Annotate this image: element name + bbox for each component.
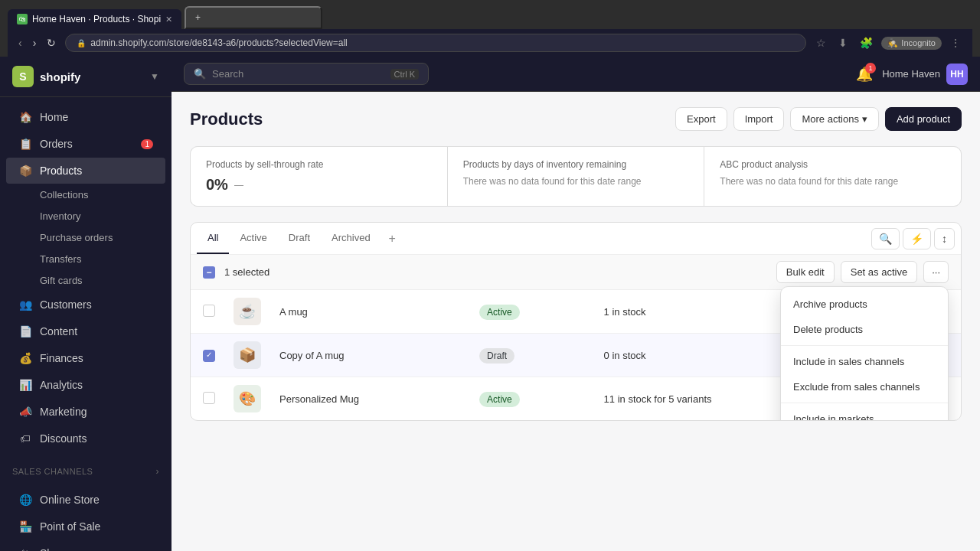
sidebar-item-discounts[interactable]: 🏷 Discounts [6, 425, 165, 452]
browser-tabs: 🛍 Home Haven · Products · Shopi ✕ + [8, 6, 972, 29]
row-1-checkbox[interactable] [203, 305, 215, 317]
sidebar-item-shop[interactable]: 🛍 Shop [6, 540, 165, 551]
tab-title: Home Haven · Products · Shopi [32, 14, 161, 24]
sidebar-item-home[interactable]: 🏠 Home [6, 104, 165, 130]
store-selector-button[interactable]: ▼ [150, 71, 159, 82]
stat-abc-label: ABC product analysis [720, 159, 946, 170]
table-tabs-bar: All Active Draft Archived + 🔍 ⚡ ↕ [191, 223, 961, 255]
forward-button[interactable]: › [30, 35, 40, 51]
sidebar-item-orders-label: Orders [40, 138, 73, 150]
download-button[interactable]: ⬇ [835, 35, 851, 51]
product-2-image: 📦 [234, 341, 261, 369]
new-tab-button[interactable]: + [185, 6, 322, 29]
stat-abc-analysis: ABC product analysis There was no data f… [704, 147, 961, 206]
stat-inventory-no-data: There was no data found for this date ra… [463, 176, 689, 187]
sidebar-item-online-store[interactable]: 🌐 Online Store [6, 487, 165, 513]
sidebar-item-analytics[interactable]: 📊 Analytics [6, 372, 165, 398]
back-button[interactable]: ‹ [15, 35, 25, 51]
dropdown-include-sales-channels[interactable]: Include in sales channels [781, 349, 948, 374]
sidebar-item-marketing-label: Marketing [40, 406, 87, 418]
sidebar-item-purchase-orders[interactable]: Purchase orders [6, 227, 165, 248]
bulk-select-checkbox[interactable] [203, 266, 215, 279]
dropdown-delete-products[interactable]: Delete products [781, 317, 948, 342]
sidebar-item-finances-label: Finances [40, 352, 83, 364]
bookmark-button[interactable]: ☆ [812, 35, 830, 51]
store-button[interactable]: Home Haven HH [882, 64, 968, 85]
search-shortcut: Ctrl K [390, 69, 420, 80]
sidebar-item-marketing[interactable]: 📣 Marketing [6, 399, 165, 425]
more-actions-label: More actions [802, 113, 858, 125]
sidebar-item-gift-cards-label: Gift cards [40, 275, 83, 286]
expand-icon[interactable]: › [156, 466, 160, 477]
incognito-badge: 🕵 Incognito [881, 37, 942, 50]
add-product-button[interactable]: Add product [885, 107, 962, 131]
content-icon: 📄 [18, 324, 32, 338]
product-2-status: Draft [479, 348, 514, 364]
tab-draft[interactable]: Draft [278, 223, 321, 254]
tab-all[interactable]: All [197, 223, 229, 254]
bulk-selected-count: 1 selected [224, 266, 270, 278]
import-button[interactable]: Import [733, 107, 785, 131]
extensions-button[interactable]: 🧩 [856, 35, 877, 51]
sidebar-item-shop-label: Shop [40, 547, 65, 551]
more-actions-wrapper: More actions ▾ [790, 107, 878, 131]
sidebar-item-collections[interactable]: Collections [6, 184, 165, 205]
dropdown-include-markets[interactable]: Include in markets [781, 406, 948, 421]
dropdown-exclude-sales-channels[interactable]: Exclude from sales channels [781, 374, 948, 399]
products-section: All Active Draft Archived + 🔍 ⚡ ↕ [190, 222, 962, 421]
sidebar-item-content-label: Content [40, 325, 77, 337]
store-avatar: HH [946, 64, 968, 85]
table-toolbar: 🔍 ⚡ ↕ [871, 228, 955, 249]
main-nav: 🏠 Home 📋 Orders 1 📦 Products Collections… [0, 97, 172, 458]
bulk-more-wrapper: ··· Archive products Delete products Inc… [923, 261, 949, 283]
dropdown-archive-products[interactable]: Archive products [781, 292, 948, 317]
filter-button[interactable]: ⚡ [903, 228, 931, 249]
sales-channels-nav: 🌐 Online Store 🏪 Point of Sale 🛍 Shop [0, 480, 172, 551]
sidebar-item-customers[interactable]: 👥 Customers [6, 292, 165, 318]
sidebar-item-customers-label: Customers [40, 298, 92, 311]
pos-icon: 🏪 [18, 520, 32, 533]
app-layout: S shopify ▼ 🏠 Home 📋 Orders 1 📦 Products… [0, 57, 980, 551]
page-header: Products Export Import More actions ▾ Ad… [190, 107, 962, 131]
search-table-button[interactable]: 🔍 [871, 228, 900, 249]
shopify-logo-icon: S [12, 66, 34, 87]
sidebar-item-gift-cards[interactable]: Gift cards [6, 270, 165, 291]
export-button[interactable]: Export [675, 107, 727, 131]
bulk-more-button[interactable]: ··· [923, 261, 949, 283]
more-actions-button[interactable]: More actions ▾ [790, 107, 878, 131]
url-bar[interactable]: 🔒 admin.shopify.com/store/de8143-a6/prod… [65, 34, 806, 52]
stat-sell-through-value: 0% — [206, 176, 432, 194]
sidebar-item-products[interactable]: 📦 Products [6, 158, 165, 184]
notification-button[interactable]: 🔔 1 [856, 66, 873, 83]
search-bar[interactable]: 🔍 Search Ctrl K [184, 63, 429, 85]
stat-sell-through: Products by sell-through rate 0% — [191, 147, 447, 206]
tab-active[interactable]: Active [229, 223, 277, 254]
notification-badge: 1 [865, 63, 876, 73]
sidebar-item-content[interactable]: 📄 Content [6, 318, 165, 344]
sidebar-item-inventory[interactable]: Inventory [6, 206, 165, 227]
orders-badge: 1 [141, 139, 153, 149]
active-tab[interactable]: 🛍 Home Haven · Products · Shopi ✕ [8, 9, 181, 29]
row-2-checkbox[interactable] [203, 350, 215, 362]
sidebar-item-analytics-label: Analytics [40, 379, 83, 391]
sidebar-item-orders[interactable]: 📋 Orders 1 [6, 131, 165, 157]
sidebar-item-transfers[interactable]: Transfers [6, 249, 165, 269]
bulk-edit-button[interactable]: Bulk edit [776, 261, 835, 283]
sidebar-item-discounts-label: Discounts [40, 432, 87, 445]
sidebar-item-finances[interactable]: 💰 Finances [6, 345, 165, 371]
row-3-checkbox[interactable] [203, 392, 215, 404]
sidebar: S shopify ▼ 🏠 Home 📋 Orders 1 📦 Products… [0, 57, 172, 551]
browser-menu-button[interactable]: ⋮ [946, 35, 965, 51]
add-tab-button[interactable]: + [384, 226, 400, 252]
product-1-status: Active [479, 305, 520, 320]
header-actions: Export Import More actions ▾ Add product [675, 107, 962, 131]
reload-button[interactable]: ↻ [44, 35, 59, 51]
finances-icon: 💰 [18, 351, 32, 365]
tab-archived[interactable]: Archived [321, 223, 381, 254]
sidebar-item-online-store-label: Online Store [40, 494, 100, 506]
set-as-active-button[interactable]: Set as active [841, 261, 917, 283]
sidebar-item-pos[interactable]: 🏪 Point of Sale [6, 514, 165, 540]
tab-close-button[interactable]: ✕ [165, 15, 172, 24]
sort-button[interactable]: ↕ [934, 228, 955, 249]
incognito-label: Incognito [901, 38, 936, 47]
